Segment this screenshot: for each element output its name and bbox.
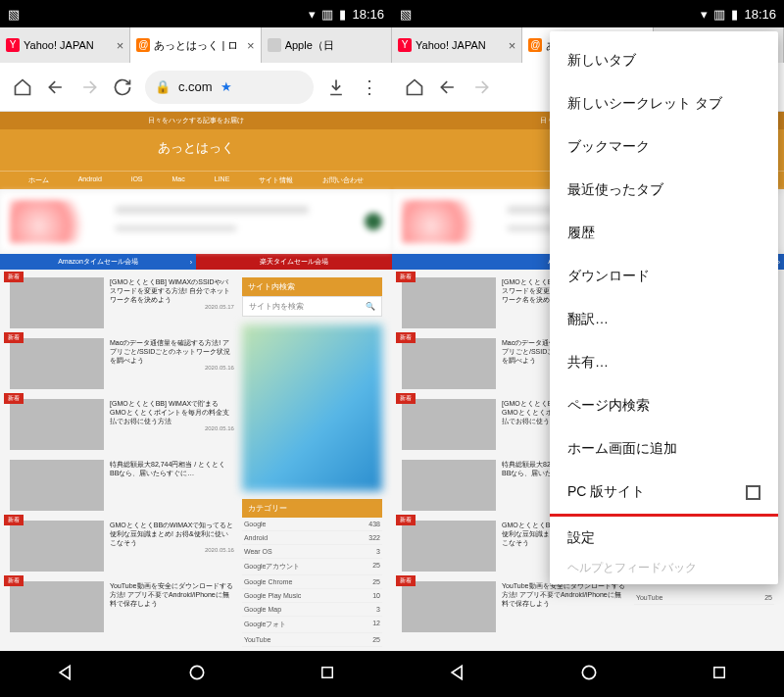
nav-recent-button[interactable]	[318, 664, 336, 685]
list-item[interactable]: YouTube25	[242, 633, 382, 647]
back-button[interactable]	[45, 76, 67, 98]
list-item[interactable]: 新着Macのデータ通信量を確認する方法! アプリごと/SSIDごとのネットワーク…	[10, 338, 234, 389]
amazon-sale-link[interactable]: Amazonタイムセール会場›	[0, 254, 196, 270]
svg-point-2	[582, 666, 595, 678]
phone-left: ▧ ▾ ▥ ▮ 18:16 Y Yahoo! JAPAN × @ あっとはっく …	[0, 0, 392, 697]
no-sim-icon: ▥	[321, 7, 333, 22]
close-icon[interactable]: ×	[247, 38, 255, 53]
featured-article[interactable]	[0, 192, 392, 251]
download-button[interactable]	[325, 76, 347, 98]
phone-right: ▧ ▾ ▥ ▮ 18:16 Y Yahoo! JAPAN × @ あっとはっく …	[392, 0, 784, 697]
list-item[interactable]: Googleフォト12	[242, 617, 382, 633]
menu-incognito[interactable]: 新しいシークレット タブ	[550, 82, 778, 125]
list-item[interactable]: Google Map3	[242, 603, 382, 617]
list-item[interactable]: Googleアカウント25	[242, 559, 382, 575]
rakuten-sale-link[interactable]: 楽天タイムセール会場	[196, 254, 392, 270]
tab-yahoo[interactable]: Y Yahoo! JAPAN ×	[0, 27, 130, 63]
battery-icon: ▮	[339, 7, 346, 22]
android-navbar	[0, 651, 392, 697]
back-button[interactable]	[437, 76, 459, 98]
svg-rect-3	[714, 667, 725, 677]
tab-apple[interactable]: Apple（日	[262, 27, 392, 63]
svg-rect-1	[322, 667, 333, 677]
android-navbar	[392, 651, 784, 697]
status-time: 18:16	[352, 7, 384, 22]
favicon-yahoo: Y	[6, 38, 20, 52]
nav-recent-button[interactable]	[710, 664, 728, 685]
list-item[interactable]: 新着GMOとくとくBBのWiMAXで知ってると便利な豆知識まとめ! お得&便利に…	[10, 521, 234, 572]
category-header: カテゴリー	[242, 499, 382, 518]
browser-toolbar: 🔒 c.com ★ ⋮	[0, 63, 392, 112]
search-header: サイト内検索	[242, 277, 382, 296]
forward-button[interactable]	[78, 76, 100, 98]
menu-find-in-page[interactable]: ページ内検索	[550, 384, 778, 427]
list-item[interactable]: Android322	[242, 531, 382, 545]
lock-icon: 🔒	[155, 79, 171, 94]
menu-settings[interactable]: 設定	[550, 517, 778, 560]
site-header: 日々をハックする記事をお届け あっとはっく ホーム Android iOS Ma…	[0, 112, 392, 189]
menu-help[interactable]: ヘルプとフィードバック	[550, 560, 778, 576]
list-item[interactable]: 新着YouTube動画を安全にダウンロードする方法! アプリ不要でAndroid…	[10, 581, 234, 632]
list-item[interactable]: Google438	[242, 518, 382, 531]
home-button[interactable]	[12, 76, 33, 98]
favicon-athack: @	[528, 38, 542, 52]
menu-desktop-site[interactable]: PC 版サイト	[550, 471, 778, 517]
list-item[interactable]: Wear OS3	[242, 545, 382, 559]
svg-point-0	[190, 666, 203, 678]
close-icon[interactable]: ×	[509, 38, 516, 53]
status-bar: ▧ ▾ ▥ ▮ 18:16	[0, 0, 392, 27]
ad-box[interactable]	[242, 324, 382, 491]
status-time: 18:16	[744, 7, 776, 22]
menu-share[interactable]: 共有…	[550, 341, 778, 384]
nav-back-button[interactable]	[448, 663, 467, 686]
menu-new-tab[interactable]: 新しいタブ	[550, 39, 778, 82]
overflow-menu: 新しいタブ 新しいシークレット タブ ブックマーク 最近使ったタブ 履歴 ダウン…	[550, 31, 778, 584]
list-item[interactable]: 新着[GMOとくとくBB] WiMAXで貯まるGMOとくとくポイントを毎月の料金…	[10, 399, 234, 450]
menu-bookmarks[interactable]: ブックマーク	[550, 125, 778, 169]
home-button[interactable]	[404, 76, 425, 98]
search-input[interactable]: サイト内を検索🔍	[242, 296, 382, 317]
menu-history[interactable]: 履歴	[550, 212, 778, 255]
menu-downloads[interactable]: ダウンロード	[550, 255, 778, 298]
list-item[interactable]: 特典総額最大82,744円相当 / とくとくBBなら、届いたらすぐに…	[10, 460, 234, 511]
menu-translate[interactable]: 翻訳…	[550, 298, 778, 341]
favicon-apple	[268, 38, 281, 52]
checkbox-icon[interactable]	[746, 485, 760, 500]
close-icon[interactable]: ×	[117, 38, 124, 53]
wifi-icon: ▾	[309, 7, 316, 22]
favicon-athack: @	[136, 38, 150, 52]
tab-athack[interactable]: @ あっとはっく | ロ ×	[130, 27, 261, 63]
search-icon: 🔍	[366, 302, 375, 311]
category-list: Google438 Android322 Wear OS3 Googleアカウン…	[242, 518, 382, 647]
battery-icon: ▮	[731, 7, 738, 22]
bookmark-star-icon[interactable]: ★	[220, 79, 232, 94]
list-item[interactable]: 新着[GMOとくとくBB] WiMAXのSSIDやパスワードを変更する方法! 自…	[10, 277, 234, 328]
picture-icon: ▧	[400, 7, 412, 22]
omnibox[interactable]: 🔒 c.com ★	[145, 71, 314, 104]
wifi-icon: ▾	[701, 7, 708, 22]
no-sim-icon: ▥	[713, 7, 725, 22]
overflow-menu-button[interactable]: ⋮	[359, 76, 380, 98]
sale-bar: Amazonタイムセール会場› 楽天タイムセール会場	[0, 254, 392, 270]
chevron-right-icon: ›	[190, 259, 192, 266]
nav-home-button[interactable]	[187, 663, 207, 686]
menu-add-to-home[interactable]: ホーム画面に追加	[550, 427, 778, 471]
reload-button[interactable]	[112, 76, 133, 98]
nav-back-button[interactable]	[56, 663, 75, 686]
favicon-yahoo: Y	[398, 38, 412, 52]
list-item[interactable]: Google Play Music10	[242, 589, 382, 603]
page-content[interactable]: 日々をハックする記事をお届け あっとはっく ホーム Android iOS Ma…	[0, 112, 392, 651]
sidebar: サイト内検索 サイト内を検索🔍 カテゴリー Google438 Android3…	[242, 277, 382, 647]
forward-button[interactable]	[470, 76, 492, 98]
tab-strip: Y Yahoo! JAPAN × @ あっとはっく | ロ × Apple（日	[0, 27, 392, 63]
article-list: 新着[GMOとくとくBB] WiMAXのSSIDやパスワードを変更する方法! 自…	[10, 277, 234, 647]
omnibox-text: c.com	[178, 79, 213, 94]
tab-yahoo[interactable]: Y Yahoo! JAPAN ×	[392, 27, 522, 63]
status-bar: ▧ ▾ ▥ ▮ 18:16	[392, 0, 784, 27]
picture-icon: ▧	[8, 7, 20, 22]
list-item[interactable]: Google Chrome25	[242, 575, 382, 589]
nav-home-button[interactable]	[579, 663, 599, 686]
menu-recent-tabs[interactable]: 最近使ったタブ	[550, 169, 778, 212]
site-nav: ホーム Android iOS Mac LINE サイト情報 お問い合わせ	[0, 171, 392, 189]
